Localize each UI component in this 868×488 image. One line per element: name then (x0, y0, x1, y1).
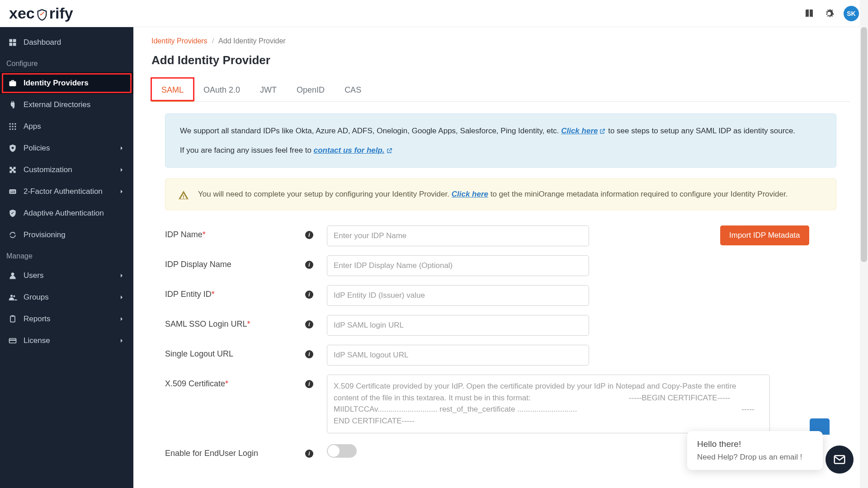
brand-text-pre: xec (9, 5, 35, 22)
sidebar-item-adaptive-authentication[interactable]: Adaptive Authentication (0, 202, 133, 224)
clipboard-icon (8, 314, 17, 324)
tab-openid[interactable]: OpenID (287, 79, 335, 101)
sidebar-item-license[interactable]: License (0, 330, 133, 352)
gear-icon[interactable] (824, 8, 835, 19)
sidebar-item-external-directories[interactable]: External Directories (0, 94, 133, 116)
idp-display-name-input[interactable] (327, 255, 589, 276)
form-label: X.509 Certificate* (165, 375, 301, 389)
sidebar-item-customization[interactable]: Customization (0, 159, 133, 181)
info-tooltip-icon[interactable]: i (305, 231, 313, 239)
sidebar-item-label: Apps (24, 122, 41, 131)
avatar[interactable]: SK (844, 6, 859, 21)
sync-icon (8, 230, 17, 239)
sidebar-item-label: Provisioning (24, 230, 66, 239)
import-idp-metadata-button[interactable]: Import IDP Metadata (720, 225, 809, 245)
sidebar-header: Manage (0, 246, 133, 265)
sidebar-item-label: Identity Providers (24, 79, 89, 88)
info-box: We support all standard IDPs like Okta, … (165, 113, 836, 168)
grid-icon (8, 122, 17, 131)
chevron-right-icon (118, 188, 125, 195)
form-input-wrap (327, 255, 589, 276)
info-tooltip-icon[interactable]: i (305, 350, 313, 358)
idp-entity-id-input[interactable] (327, 285, 589, 306)
warn-link-clickhere[interactable]: Click here (452, 190, 488, 198)
topbar: xec rify SK (0, 0, 868, 27)
sidebar-item-reports[interactable]: Reports (0, 308, 133, 330)
form-row: IDP Entity ID*i (151, 281, 850, 310)
chat-fab[interactable] (826, 446, 854, 474)
scrollbar-thumb[interactable] (861, 27, 867, 262)
sidebar-item-label: Reports (24, 314, 51, 324)
chevron-right-icon (118, 337, 125, 344)
single-logout-url-input[interactable] (327, 345, 589, 366)
enable-for-enduser-login-toggle[interactable] (327, 444, 357, 458)
chat-popup: Hello there! Need Help? Drop us an email… (687, 431, 823, 470)
sidebar-item-label: Groups (24, 293, 49, 302)
sidebar-item-label: License (24, 336, 50, 345)
shield-icon (8, 144, 17, 153)
tab-oauth-2-0[interactable]: OAuth 2.0 (193, 79, 250, 101)
sidebar-item-policies[interactable]: Policies (0, 137, 133, 159)
form-input-wrap (327, 444, 589, 458)
info-tooltip-icon[interactable]: i (305, 291, 313, 299)
form-input-wrap (327, 375, 770, 435)
breadcrumb-current: Add Identity Provider (218, 37, 286, 45)
brand-text-post: rify (49, 5, 73, 22)
external-link-icon (386, 147, 393, 155)
brand-logo[interactable]: xec rify (9, 5, 73, 22)
sidebar-item-label: Customization (24, 165, 72, 174)
idp-name-input[interactable] (327, 225, 589, 246)
sidebar-item-label: Policies (24, 144, 50, 153)
tab-saml[interactable]: SAML (151, 79, 193, 101)
saml-sso-login-url-input[interactable] (327, 315, 589, 336)
chevron-right-icon (118, 315, 125, 323)
breadcrumb-root[interactable]: Identity Providers (151, 37, 208, 45)
sidebar-item-label: Users (24, 271, 43, 280)
info-tooltip-icon[interactable]: i (305, 320, 313, 328)
content-area: Identity Providers / Add Identity Provid… (133, 27, 868, 488)
docs-icon[interactable] (804, 8, 815, 19)
form-label: Single Logout URL (165, 345, 301, 359)
x-509-certificate-input[interactable] (327, 375, 770, 433)
card-icon (8, 336, 17, 345)
sidebar-item-label: 2-Factor Authentication (24, 187, 103, 196)
group-icon (8, 293, 17, 302)
sidebar-item-dashboard[interactable]: Dashboard (0, 32, 133, 53)
info-tooltip-icon[interactable]: i (305, 380, 313, 388)
form-label: IDP Entity ID* (165, 285, 301, 299)
form-row: X.509 Certificate*i (151, 370, 850, 440)
form-input-wrap (327, 315, 589, 336)
sidebar-item-provisioning[interactable]: Provisioning (0, 224, 133, 246)
form-row: SAML SSO Login URL*i (151, 310, 850, 340)
tab-cas[interactable]: CAS (335, 79, 371, 101)
form-label: Enable for EndUser Login (165, 444, 301, 458)
chevron-right-icon (118, 166, 125, 174)
breadcrumb: Identity Providers / Add Identity Provid… (151, 37, 850, 45)
sidebar-item-label: Adaptive Authentication (24, 209, 104, 218)
tab-jwt[interactable]: JWT (250, 79, 287, 101)
form-label: SAML SSO Login URL* (165, 315, 301, 329)
plug-icon (8, 100, 17, 109)
2fa-icon (8, 187, 17, 196)
user-icon (8, 271, 17, 280)
info-tooltip-icon[interactable]: i (305, 261, 313, 269)
sidebar-item-identity-providers[interactable]: Identity Providers (0, 72, 133, 94)
info-link-clickhere[interactable]: Click here (561, 127, 606, 135)
external-link-icon (599, 128, 606, 135)
verified-icon (8, 209, 17, 218)
puzzle-icon (8, 165, 17, 174)
info-link-contact[interactable]: contact us for help. (314, 146, 393, 155)
tabs: SAMLOAuth 2.0JWTOpenIDCAS (151, 79, 850, 102)
form-label: IDP Name* (165, 225, 301, 239)
sidebar-item-apps[interactable]: Apps (0, 116, 133, 137)
warning-icon (178, 190, 189, 201)
sidebar-item-2-factor-authentication[interactable]: 2-Factor Authentication (0, 181, 133, 202)
sidebar-item-users[interactable]: Users (0, 265, 133, 286)
dashboard-icon (8, 38, 17, 47)
sidebar: DashboardConfigureIdentity ProvidersExte… (0, 27, 133, 488)
scrollbar-track[interactable] (860, 0, 868, 488)
sidebar-item-groups[interactable]: Groups (0, 286, 133, 308)
form-label: IDP Display Name (165, 255, 301, 269)
info-tooltip-icon[interactable]: i (305, 450, 313, 458)
form-row: Single Logout URLi (151, 340, 850, 370)
